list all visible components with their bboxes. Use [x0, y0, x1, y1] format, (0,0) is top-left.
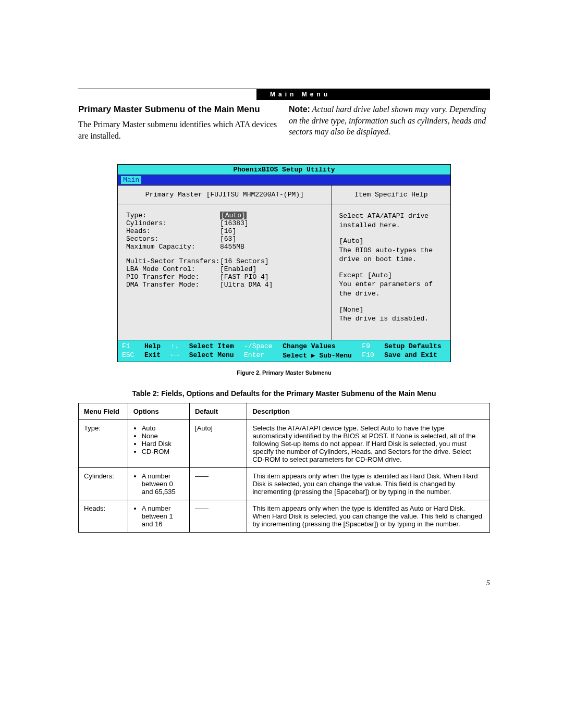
- note-text: Actual hard drive label shown may vary. …: [289, 105, 486, 136]
- cell-default: [Auto]: [190, 420, 247, 468]
- cell-options: A number between 0 and 65,535: [128, 468, 189, 500]
- bios-field-value: [Enabled]: [220, 265, 256, 273]
- bios-field-row: PIO Transfer Mode:[FAST PIO 4]: [126, 273, 323, 281]
- bios-title: PhoenixBIOS Setup Utility: [118, 165, 450, 175]
- bios-field-row: DMA Transfer Mode:[Ultra DMA 4]: [126, 281, 323, 289]
- table-title: Table 2: Fields, Options and Defaults fo…: [78, 389, 490, 398]
- option-item: None: [142, 432, 184, 440]
- bios-field-row: Multi-Sector Transfers:[16 Sectors]: [126, 257, 323, 265]
- option-item: A number between 1 and 16: [142, 504, 184, 528]
- bios-field-value: [FAST PIO 4]: [220, 273, 269, 281]
- table-header-cell: Options: [128, 403, 189, 420]
- bios-field-row: Type:[Auto]: [126, 212, 323, 219]
- bios-footer-key: F10: [362, 351, 379, 360]
- option-item: Hard Disk: [142, 440, 184, 448]
- bios-field-value: [16]: [220, 227, 236, 235]
- option-item: A number between 0 and 65,535: [142, 472, 184, 496]
- bios-field-row: Cylinders:[16383]: [126, 219, 323, 227]
- bios-body: Primary Master [FUJITSU MHM2200AT-(PM)] …: [118, 186, 450, 340]
- bios-field-label: Multi-Sector Transfers:: [126, 257, 220, 265]
- table-row: Type:AutoNoneHard DiskCD-ROM[Auto]Select…: [79, 420, 490, 468]
- cell-field: Heads:: [79, 500, 128, 533]
- bios-footer-key: -/Space: [244, 342, 277, 350]
- bios-footer-label: Change Values: [283, 342, 357, 350]
- bios-field-value[interactable]: [Auto]: [220, 212, 247, 219]
- bios-footer-label: Select Item: [189, 342, 239, 350]
- table-header-cell: Description: [247, 403, 490, 420]
- bios-tab-main[interactable]: Main: [121, 176, 141, 184]
- bios-field-row: Maximum Capacity:8455MB: [126, 243, 323, 251]
- bios-footer-key: F1: [122, 342, 139, 350]
- bios-field-label: DMA Transfer Mode:: [126, 281, 220, 289]
- bios-footer-key: ESC: [122, 351, 139, 360]
- bios-footer: F1Help↑↓Select Item-/SpaceChange ValuesF…: [118, 340, 450, 362]
- cell-options: AutoNoneHard DiskCD-ROM: [128, 420, 189, 468]
- page-number: 5: [486, 578, 491, 587]
- bios-field-label: LBA Mode Control:: [126, 265, 220, 273]
- bios-footer-label: Help: [144, 342, 166, 350]
- bios-right-header: Item Specific Help: [332, 186, 451, 204]
- bios-field-value: [16383]: [220, 219, 249, 227]
- bios-field-value: 8455MB: [220, 243, 244, 251]
- cell-field: Type:: [79, 420, 128, 468]
- bios-field-label: Type:: [126, 212, 220, 219]
- option-item: Auto: [142, 424, 184, 432]
- bios-help-paragraph: Select ATA/ATAPI drive installed here.: [339, 212, 444, 230]
- bios-fields: Type:[Auto]Cylinders:[16383]Heads:[16]Se…: [118, 204, 332, 340]
- bios-footer-label: Save and Exit: [384, 351, 446, 360]
- cell-default: ——: [190, 468, 247, 500]
- table-header-row: Menu FieldOptionsDefaultDescription: [79, 403, 490, 420]
- bios-left-pane: Primary Master [FUJITSU MHM2200AT-(PM)] …: [118, 186, 332, 340]
- bios-help-pane: Item Specific Help Select ATA/ATAPI driv…: [332, 186, 451, 340]
- right-column: Note: Actual hard drive label shown may …: [289, 104, 490, 141]
- section-heading: Primary Master Submenu of the Main Menu: [78, 104, 279, 116]
- page: Main Menu Primary Master Submenu of the …: [0, 0, 563, 728]
- note-paragraph: Note: Actual hard drive label shown may …: [289, 104, 490, 138]
- bios-footer-key: ←→: [171, 351, 184, 360]
- cell-options: A number between 1 and 16: [128, 500, 189, 533]
- bios-field-value: [63]: [220, 235, 236, 243]
- bios-figure: PhoenixBIOS Setup Utility Main Primary M…: [117, 164, 451, 376]
- bios-field-value: [Ultra DMA 4]: [220, 281, 273, 289]
- table-row: Heads:A number between 1 and 16——This it…: [79, 500, 490, 533]
- two-column-intro: Primary Master Submenu of the Main Menu …: [78, 104, 490, 141]
- bios-footer-label: Exit: [144, 351, 166, 360]
- bios-footer-label: Select ▶ Sub-Menu: [283, 351, 357, 360]
- cell-default: ——: [190, 500, 247, 533]
- bios-left-header: Primary Master [FUJITSU MHM2200AT-(PM)]: [118, 186, 332, 204]
- cell-description: This item appears only when the type is …: [247, 500, 490, 533]
- note-label: Note:: [289, 105, 310, 114]
- bios-footer-key: ↑↓: [171, 342, 184, 350]
- bios-footer-key: Enter: [244, 351, 277, 360]
- table-header-cell: Default: [190, 403, 247, 420]
- section-header-bar: Main Menu: [256, 89, 490, 100]
- bios-footer-label: Select Menu: [189, 351, 239, 360]
- bios-field-row: LBA Mode Control:[Enabled]: [126, 265, 323, 273]
- left-column: Primary Master Submenu of the Main Menu …: [78, 104, 279, 141]
- bios-help-paragraph: [Auto]The BIOS auto-types the drive on b…: [339, 237, 444, 264]
- bios-help-text: Select ATA/ATAPI drive installed here.[A…: [332, 204, 451, 337]
- bios-field-label: Heads:: [126, 227, 220, 235]
- bios-field-label: Sectors:: [126, 235, 220, 243]
- bios-footer-label: Setup Defaults: [384, 342, 446, 350]
- option-item: CD-ROM: [142, 448, 184, 455]
- bios-field-row: Sectors:[63]: [126, 235, 323, 243]
- bios-help-paragraph: [None]The drive is disabled.: [339, 305, 444, 324]
- table-header-cell: Menu Field: [79, 403, 128, 420]
- bios-footer-key: F9: [362, 342, 379, 350]
- bios-menubar: Main: [118, 175, 450, 186]
- bios-field-row: Heads:[16]: [126, 227, 323, 235]
- bios-field-label: Cylinders:: [126, 219, 220, 227]
- bios-field-label: Maximum Capacity:: [126, 243, 220, 251]
- cell-description: Selects the ATA/ATAPI device type. Selec…: [247, 420, 490, 468]
- bios-field-value: [16 Sectors]: [220, 257, 269, 265]
- cell-description: This item appears only when the type is …: [247, 468, 490, 500]
- bios-help-paragraph: Except [Auto]You enter parameters of the…: [339, 271, 444, 299]
- intro-paragraph: The Primary Master submenu identifies wh…: [78, 119, 279, 141]
- figure-caption: Figure 2. Primary Master Submenu: [117, 369, 451, 376]
- bios-field-label: PIO Transfer Mode:: [126, 273, 220, 281]
- spec-table: Menu FieldOptionsDefaultDescription Type…: [78, 403, 490, 533]
- cell-field: Cylinders:: [79, 468, 128, 500]
- bios-window: PhoenixBIOS Setup Utility Main Primary M…: [117, 164, 451, 362]
- table-row: Cylinders:A number between 0 and 65,535—…: [79, 468, 490, 500]
